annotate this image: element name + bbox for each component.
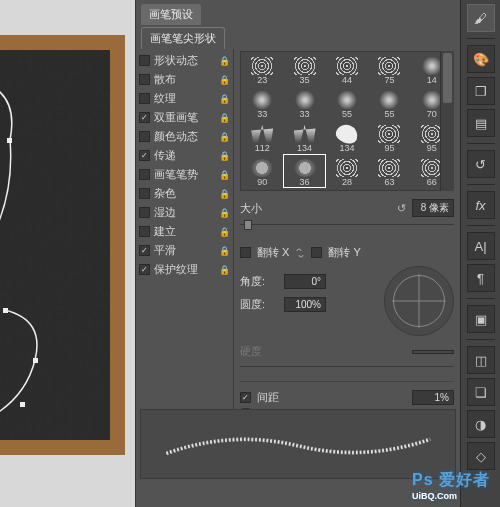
- brush-size-label: 63: [384, 177, 394, 187]
- brush-option-2[interactable]: 纹理🔒: [136, 89, 233, 108]
- lock-icon[interactable]: 🔒: [219, 75, 230, 85]
- roundness-row: 圆度: 100%: [240, 297, 378, 312]
- brush-panel: 画笔预设 画笔笔尖形状 形状动态🔒散布🔒纹理🔒✓双重画笔🔒颜色动态🔒✓传递🔒画笔…: [135, 0, 460, 507]
- option-checkbox[interactable]: [139, 169, 150, 180]
- brush-preview-icon: [378, 91, 400, 109]
- info-icon[interactable]: ◫: [467, 346, 495, 374]
- brush-thumb-28[interactable]: 28: [326, 154, 368, 188]
- brush-thumb-134[interactable]: 134: [283, 120, 325, 154]
- channels-icon[interactable]: ◑: [467, 410, 495, 438]
- option-checkbox[interactable]: [139, 207, 150, 218]
- paths-icon[interactable]: ◇: [467, 442, 495, 470]
- roundness-value[interactable]: 100%: [284, 297, 326, 312]
- clone-source-icon[interactable]: ❐: [467, 77, 495, 105]
- lock-icon[interactable]: 🔒: [219, 265, 230, 275]
- brush-option-1[interactable]: 散布🔒: [136, 70, 233, 89]
- brush-option-4[interactable]: 颜色动态🔒: [136, 127, 233, 146]
- size-slider[interactable]: [240, 219, 454, 231]
- history-icon[interactable]: ↺: [467, 150, 495, 178]
- flip-y-checkbox[interactable]: [311, 247, 322, 258]
- brush-thumb-55[interactable]: 55: [368, 86, 410, 120]
- tab-brush-tip-shape[interactable]: 画笔笔尖形状: [141, 27, 225, 49]
- angle-dial[interactable]: [384, 266, 454, 336]
- flip-x-checkbox[interactable]: [240, 247, 251, 258]
- spacing-label: 间距: [257, 390, 279, 405]
- brush-thumb-36[interactable]: 36: [283, 154, 325, 188]
- option-checkbox[interactable]: ✓: [139, 245, 150, 256]
- tab-brush-presets[interactable]: 画笔预设: [141, 4, 201, 25]
- brush-size-label: 95: [427, 143, 437, 153]
- option-checkbox[interactable]: [139, 55, 150, 66]
- watermark: Ps 爱好者 UiBQ.Com: [412, 470, 490, 501]
- option-checkbox[interactable]: [139, 93, 150, 104]
- brush-thumb-33[interactable]: 33: [283, 86, 325, 120]
- brush-option-8[interactable]: 湿边🔒: [136, 203, 233, 222]
- brush-thumb-134[interactable]: 134: [326, 120, 368, 154]
- brush-thumb-95[interactable]: 95: [368, 120, 410, 154]
- spacing-value[interactable]: 1%: [412, 390, 454, 405]
- brush-preview-icon: [294, 57, 316, 75]
- option-label: 散布: [154, 72, 176, 87]
- spacing-checkbox[interactable]: ✓: [240, 392, 251, 403]
- option-checkbox[interactable]: [139, 74, 150, 85]
- lock-icon[interactable]: 🔒: [219, 170, 230, 180]
- panel-tabs: 画笔预设: [136, 0, 460, 25]
- option-checkbox[interactable]: ✓: [139, 150, 150, 161]
- brush-thumb-35[interactable]: 35: [283, 52, 325, 86]
- brush-thumb-11[interactable]: 11: [326, 188, 368, 191]
- navigator-icon[interactable]: ▣: [467, 305, 495, 333]
- brush-grid-scrollbar[interactable]: [440, 51, 454, 191]
- brush-thumb-63[interactable]: 63: [368, 154, 410, 188]
- brush-thumb-112[interactable]: 112: [241, 120, 283, 154]
- lock-icon[interactable]: 🔒: [219, 208, 230, 218]
- document-canvas[interactable]: [0, 0, 135, 507]
- brush-controls: 2335447514333355557011213413495959036286…: [234, 49, 460, 429]
- lock-icon[interactable]: 🔒: [219, 94, 230, 104]
- brushes-panel-icon[interactable]: 🖌: [467, 4, 495, 32]
- brush-thumb-90[interactable]: 90: [241, 154, 283, 188]
- lock-icon[interactable]: 🔒: [219, 189, 230, 199]
- lock-icon[interactable]: 🔒: [219, 132, 230, 142]
- size-label: 大小: [240, 201, 278, 216]
- brush-option-11[interactable]: ✓保护纹理🔒: [136, 260, 233, 279]
- brush-thumb-55[interactable]: 55: [326, 86, 368, 120]
- brush-size-label: 14: [427, 75, 437, 85]
- brush-option-7[interactable]: 杂色🔒: [136, 184, 233, 203]
- character-icon[interactable]: A|: [467, 232, 495, 260]
- brush-option-0[interactable]: 形状动态🔒: [136, 51, 233, 70]
- angle-value[interactable]: 0°: [284, 274, 326, 289]
- lock-icon[interactable]: 🔒: [219, 56, 230, 66]
- styles-icon[interactable]: fx: [467, 191, 495, 219]
- brush-option-9[interactable]: 建立🔒: [136, 222, 233, 241]
- paragraph-icon[interactable]: ¶: [467, 264, 495, 292]
- brush-thumb-63[interactable]: 63: [283, 188, 325, 191]
- brush-thumb-39[interactable]: 39: [241, 188, 283, 191]
- brush-option-6[interactable]: 画笔笔势🔒: [136, 165, 233, 184]
- brush-thumbnail-grid[interactable]: 2335447514333355557011213413495959036286…: [240, 51, 454, 191]
- option-checkbox[interactable]: [139, 131, 150, 142]
- brush-thumb-23[interactable]: 23: [241, 52, 283, 86]
- brush-option-3[interactable]: ✓双重画笔🔒: [136, 108, 233, 127]
- lock-icon[interactable]: 🔒: [219, 246, 230, 256]
- lock-icon[interactable]: 🔒: [219, 113, 230, 123]
- option-checkbox[interactable]: [139, 226, 150, 237]
- lock-icon[interactable]: 🔒: [219, 227, 230, 237]
- layers-icon[interactable]: ▤: [467, 109, 495, 137]
- layers-stack-icon[interactable]: ❏: [467, 378, 495, 406]
- brush-preview-icon: [294, 125, 316, 143]
- swatches-icon[interactable]: 🎨: [467, 45, 495, 73]
- brush-thumb-75[interactable]: 75: [368, 52, 410, 86]
- reset-size-icon[interactable]: ↺: [397, 202, 406, 215]
- brush-preview-icon: [336, 159, 358, 177]
- lock-icon[interactable]: 🔒: [219, 151, 230, 161]
- brush-thumb-33[interactable]: 33: [241, 86, 283, 120]
- option-label: 保护纹理: [154, 262, 198, 277]
- brush-option-10[interactable]: ✓平滑🔒: [136, 241, 233, 260]
- option-checkbox[interactable]: ✓: [139, 112, 150, 123]
- brush-option-5[interactable]: ✓传递🔒: [136, 146, 233, 165]
- brush-thumb-48[interactable]: 48: [368, 188, 410, 191]
- brush-thumb-44[interactable]: 44: [326, 52, 368, 86]
- size-value[interactable]: 8 像素: [412, 199, 454, 217]
- option-checkbox[interactable]: [139, 188, 150, 199]
- option-checkbox[interactable]: ✓: [139, 264, 150, 275]
